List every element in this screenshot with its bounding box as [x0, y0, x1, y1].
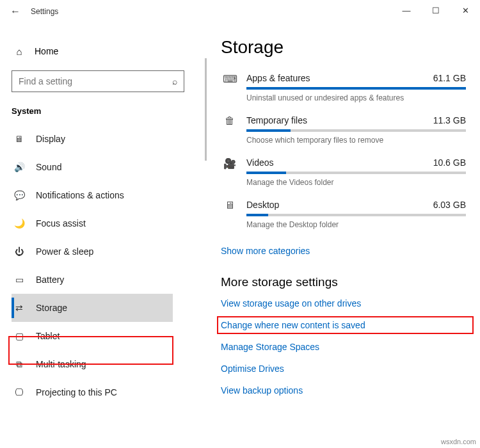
- nav-icon: ▭: [12, 275, 27, 285]
- storage-desc: Manage the Videos folder: [246, 178, 466, 187]
- nav-icon: 💬: [12, 190, 27, 200]
- storage-desc: Manage the Desktop folder: [246, 220, 466, 229]
- storage-name: Temporary files: [246, 115, 307, 125]
- more-settings-heading: More storage settings: [221, 275, 466, 289]
- nav-label: Multi-tasking: [27, 359, 86, 369]
- watermark: wsxdn.com: [441, 438, 476, 445]
- storage-bar: [246, 87, 466, 90]
- page-title: Storage: [221, 37, 466, 58]
- storage-size: 6.03 GB: [433, 200, 466, 210]
- home-icon: ⌂: [12, 46, 27, 57]
- close-button[interactable]: ✕: [451, 0, 480, 20]
- storage-size: 10.6 GB: [433, 157, 466, 168]
- storage-bar: [246, 172, 466, 174]
- storage-name: Apps & features: [246, 73, 310, 83]
- nav-icon: 🌙: [12, 218, 27, 228]
- nav-label: Projecting to this PC: [27, 387, 117, 397]
- sidebar-item-storage[interactable]: ⇄Storage: [12, 294, 173, 322]
- storage-icon: ⌨: [221, 73, 239, 85]
- window-title: Settings: [28, 7, 58, 16]
- storage-desc: Uninstall unused or undesired apps & fea…: [246, 93, 466, 102]
- nav-label: Sound: [27, 162, 61, 172]
- storage-size: 11.3 GB: [433, 115, 466, 125]
- storage-size: 61.1 GB: [433, 73, 466, 83]
- sidebar-item-projecting-to-this-pc[interactable]: 🖵Projecting to this PC: [12, 378, 205, 406]
- nav-label: Battery: [27, 275, 64, 285]
- settings-link-manage-storage-spaces[interactable]: Manage Storage Spaces: [221, 342, 466, 352]
- storage-row-temporary-files[interactable]: 🗑Temporary files11.3 GBChoose which temp…: [221, 115, 466, 145]
- storage-icon: 🎥: [221, 157, 239, 170]
- sidebar-item-battery[interactable]: ▭Battery: [12, 266, 205, 294]
- sidebar-item-multi-tasking[interactable]: ⧉Multi-tasking: [12, 350, 205, 378]
- sidebar-item-focus-assist[interactable]: 🌙Focus assist: [12, 209, 205, 237]
- sidebar-item-display[interactable]: 🖥Display: [12, 125, 205, 153]
- nav-label: Tablet: [27, 331, 60, 341]
- nav-label: Power & sleep: [27, 246, 93, 257]
- settings-link-optimise-drives[interactable]: Optimise Drives: [221, 364, 466, 374]
- search-box[interactable]: ⌕: [12, 70, 184, 92]
- sidebar-item-notifications-actions[interactable]: 💬Notifications & actions: [12, 181, 205, 209]
- sidebar-item-tablet[interactable]: ▢Tablet: [12, 322, 205, 350]
- home-label: Home: [27, 46, 58, 56]
- settings-link-view-backup-options[interactable]: View backup options: [221, 385, 466, 396]
- sidebar-item-power-sleep[interactable]: ⏻Power & sleep: [12, 237, 205, 266]
- nav-icon: ⏻: [12, 246, 27, 257]
- storage-bar: [246, 214, 466, 216]
- nav-icon: 🔊: [12, 162, 27, 172]
- nav-label: Focus assist: [27, 218, 86, 228]
- category-heading: System: [12, 106, 205, 116]
- home-nav[interactable]: ⌂ Home: [12, 38, 205, 64]
- nav-label: Notifications & actions: [27, 190, 124, 200]
- nav-icon: ▢: [12, 331, 27, 341]
- storage-name: Desktop: [246, 200, 279, 210]
- storage-icon: 🗑: [221, 115, 239, 127]
- storage-row-apps-features[interactable]: ⌨Apps & features61.1 GBUninstall unused …: [221, 73, 466, 102]
- storage-name: Videos: [246, 157, 274, 168]
- storage-desc: Choose which temporary files to remove: [246, 136, 466, 145]
- nav-icon: 🖥: [12, 134, 27, 144]
- maximize-button[interactable]: ☐: [421, 0, 451, 20]
- nav-icon: 🖵: [12, 387, 27, 397]
- nav-label: Display: [27, 134, 65, 144]
- nav-label: Storage: [27, 303, 67, 313]
- settings-link-view-storage-usage-on-other-drives[interactable]: View storage usage on other drives: [221, 298, 466, 308]
- storage-row-videos[interactable]: 🎥Videos10.6 GBManage the Videos folder: [221, 157, 466, 187]
- nav-icon: ⇄: [12, 303, 27, 313]
- storage-row-desktop[interactable]: 🖥Desktop6.03 GBManage the Desktop folder: [221, 200, 466, 229]
- minimize-button[interactable]: —: [392, 0, 421, 20]
- storage-icon: 🖥: [221, 200, 239, 211]
- nav-icon: ⧉: [12, 359, 27, 370]
- show-more-categories-link[interactable]: Show more categories: [221, 246, 310, 256]
- sidebar-item-sound[interactable]: 🔊Sound: [12, 153, 205, 181]
- settings-link-change-where-new-content-is-saved[interactable]: Change where new content is saved: [221, 320, 466, 330]
- back-button[interactable]: ←: [3, 6, 28, 17]
- storage-bar: [246, 129, 466, 132]
- search-icon: ⌕: [172, 76, 177, 86]
- search-input[interactable]: [19, 76, 172, 86]
